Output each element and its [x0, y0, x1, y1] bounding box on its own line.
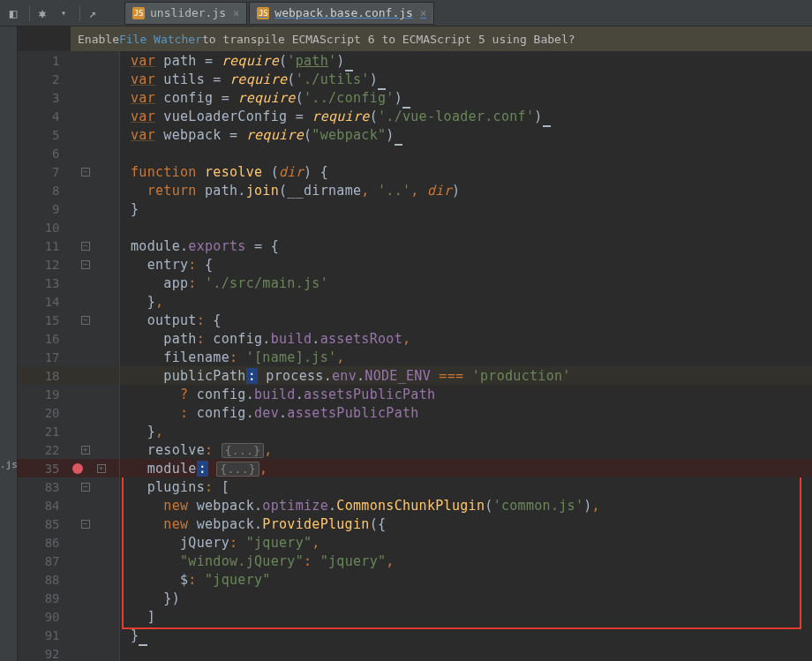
gutter-row[interactable]: 6: [18, 144, 119, 162]
gutter-row[interactable]: 85−: [18, 515, 119, 533]
line-number: 35: [18, 462, 69, 476]
code-line[interactable]: output: {: [120, 311, 812, 329]
code-line[interactable]: }: [120, 626, 812, 644]
gutter-row[interactable]: 2: [18, 70, 119, 88]
gutter-row[interactable]: 3: [18, 88, 119, 107]
line-number: 15: [18, 313, 69, 327]
gutter-row[interactable]: 89: [18, 589, 119, 607]
code-line[interactable]: ? config.build.assetsPublicPath: [120, 385, 812, 403]
gutter-row[interactable]: 15−: [18, 311, 119, 329]
code-line[interactable]: "window.jQuery": "jquery",: [120, 552, 812, 570]
gutter-row[interactable]: 87: [18, 552, 119, 570]
panel-toggle-icon[interactable]: ◧: [4, 4, 22, 22]
gutter-row[interactable]: 86: [18, 533, 119, 552]
gutter-row[interactable]: 35+: [18, 459, 119, 477]
fold-collapse-icon[interactable]: −: [81, 483, 90, 492]
gutter-marks: +: [69, 463, 119, 474]
gutter-row[interactable]: 83−: [18, 477, 119, 496]
gutter-row[interactable]: 90: [18, 607, 119, 626]
code-line[interactable]: var config = require('../config'): [120, 88, 812, 107]
gutter-row[interactable]: 1: [18, 51, 119, 70]
code-line[interactable]: new webpack.ProvidePlugin({: [120, 515, 812, 533]
toolbar-separator: [29, 5, 30, 21]
breakpoint-icon[interactable]: [72, 463, 83, 474]
line-number: 4: [18, 109, 69, 124]
fold-expand-icon[interactable]: +: [97, 464, 106, 473]
code-line[interactable]: },: [120, 422, 812, 440]
editor-tab[interactable]: JSunslider.js×: [124, 2, 247, 25]
code-line[interactable]: [120, 644, 812, 661]
fold-collapse-icon[interactable]: −: [81, 242, 90, 251]
code-line[interactable]: }: [120, 199, 812, 218]
code-line[interactable]: jQuery: "jquery",: [120, 533, 812, 552]
code-line[interactable]: path: config.build.assetsRoot,: [120, 329, 812, 348]
code-line[interactable]: ]: [120, 607, 812, 626]
gear-icon[interactable]: ✱: [34, 4, 51, 22]
code-line[interactable]: $: "jquery": [120, 570, 812, 589]
code-line[interactable]: var utils = require('./utils'): [120, 70, 812, 88]
gutter-row[interactable]: 20: [18, 403, 119, 422]
external-open-icon[interactable]: ↗: [84, 4, 102, 22]
code-line[interactable]: resolve: {...},: [120, 440, 812, 459]
gutter-row[interactable]: 22+: [18, 440, 119, 459]
code-line[interactable]: app: './src/main.js': [120, 274, 812, 292]
gutter-row[interactable]: 12−: [18, 255, 119, 274]
code-text: "window.jQuery": "jquery",: [120, 553, 395, 569]
code-line[interactable]: module: {...},: [120, 459, 812, 477]
code-line[interactable]: [120, 144, 812, 162]
gutter-row[interactable]: 11−: [18, 237, 119, 255]
close-icon[interactable]: ×: [233, 7, 239, 19]
gutter-marks: −: [69, 316, 119, 325]
gutter-row[interactable]: 4: [18, 107, 119, 125]
gutter-row[interactable]: 91: [18, 626, 119, 644]
code-line[interactable]: [120, 218, 812, 237]
file-watcher-banner: Enable File Watcher to transpile ECMAScr…: [71, 26, 812, 51]
gutter-row[interactable]: 13: [18, 274, 119, 292]
gutter-marks: −: [69, 483, 119, 492]
gutter-row[interactable]: 88: [18, 570, 119, 589]
code-line[interactable]: publicPath: process.env.NODE_ENV === 'pr…: [120, 366, 812, 385]
gutter-row[interactable]: 8: [18, 181, 119, 199]
fold-collapse-icon[interactable]: −: [81, 260, 90, 269]
gutter-row[interactable]: 14: [18, 292, 119, 311]
gutter-row[interactable]: 7−: [18, 162, 119, 181]
code-line[interactable]: module.exports = {: [120, 237, 812, 255]
close-icon[interactable]: ×: [420, 7, 426, 19]
gutter-row[interactable]: 21: [18, 422, 119, 440]
line-number: 3: [18, 91, 69, 105]
code-line[interactable]: entry: {: [120, 255, 812, 274]
dropdown-arrow-icon[interactable]: ▾: [55, 4, 72, 22]
code-line[interactable]: function resolve (dir) {: [120, 162, 812, 181]
code-line[interactable]: : config.dev.assetsPublicPath: [120, 403, 812, 422]
gutter-row[interactable]: 18: [18, 366, 119, 385]
code-line[interactable]: new webpack.optimize.CommonsChunkPlugin(…: [120, 496, 812, 515]
code-area[interactable]: var path = require('path') var utils = r…: [120, 51, 812, 661]
gutter-row[interactable]: 10: [18, 218, 119, 237]
gutter-marks: −: [69, 260, 119, 269]
left-rail-file-ext[interactable]: .js: [0, 459, 17, 470]
gutter-row[interactable]: 9: [18, 199, 119, 218]
fold-collapse-icon[interactable]: −: [81, 168, 90, 177]
gutter-row[interactable]: 19: [18, 385, 119, 403]
gutter-row[interactable]: 92: [18, 644, 119, 661]
code-line[interactable]: var webpack = require("webpack"): [120, 125, 812, 144]
code-line[interactable]: plugins: [: [120, 477, 812, 496]
gutter-row[interactable]: 17: [18, 348, 119, 366]
code-line[interactable]: filename: '[name].js',: [120, 348, 812, 366]
banner-link-file-watcher[interactable]: File Watcher: [119, 33, 202, 46]
code-line[interactable]: }): [120, 589, 812, 607]
code-text: ? config.build.assetsPublicPath: [120, 387, 435, 402]
code-line[interactable]: var path = require('path'): [120, 51, 812, 70]
code-line[interactable]: },: [120, 292, 812, 311]
code-line[interactable]: return path.join(__dirname, '..', dir): [120, 181, 812, 199]
code-text: resolve: {...},: [120, 442, 273, 458]
code-line[interactable]: var vueLoaderConfig = require('./vue-loa…: [120, 107, 812, 125]
fold-collapse-icon[interactable]: −: [81, 316, 90, 325]
fold-collapse-icon[interactable]: −: [81, 520, 90, 529]
gutter-row[interactable]: 5: [18, 125, 119, 144]
gutter-row[interactable]: 84: [18, 496, 119, 515]
fold-expand-icon[interactable]: +: [81, 446, 90, 454]
editor-tab[interactable]: JSwebpack.base.conf.js×: [249, 2, 434, 25]
gutter-row[interactable]: 16: [18, 329, 119, 348]
line-number: 7: [18, 165, 69, 179]
